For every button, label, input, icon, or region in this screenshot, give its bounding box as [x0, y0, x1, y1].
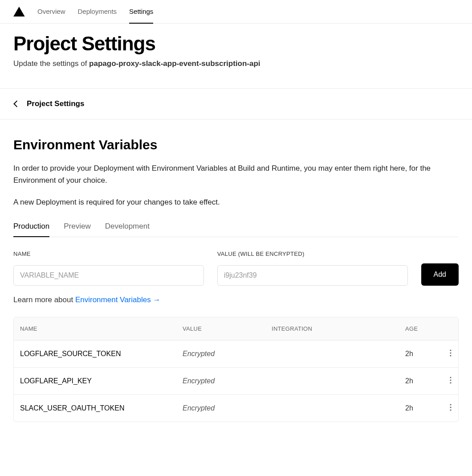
- svg-point-5: [450, 382, 451, 383]
- header-value: VALUE: [183, 325, 272, 332]
- add-button[interactable]: Add: [421, 263, 459, 286]
- breadcrumb-text: Project Settings: [27, 99, 84, 108]
- header-integration: INTEGRATION: [272, 325, 405, 332]
- svg-point-3: [450, 377, 451, 378]
- more-icon[interactable]: [447, 377, 454, 384]
- name-input[interactable]: [13, 265, 204, 286]
- table-row: LOGFLARE_SOURCE_TOKEN Encrypted 2h: [14, 340, 458, 367]
- chevron-left-icon[interactable]: [13, 100, 18, 107]
- section-desc-2: A new Deployment is required for your ch…: [13, 196, 459, 208]
- header-section: Project Settings Update the settings of …: [0, 24, 472, 88]
- svg-point-4: [450, 379, 451, 381]
- tab-development[interactable]: Development: [105, 222, 150, 237]
- more-icon[interactable]: [447, 404, 454, 411]
- row-age: 2h: [405, 404, 436, 412]
- nav-settings[interactable]: Settings: [129, 0, 153, 24]
- value-label: VALUE (WILL BE ENCRYPTED): [217, 250, 408, 257]
- header-age: AGE: [405, 325, 436, 332]
- logo-icon[interactable]: [13, 7, 25, 16]
- svg-point-6: [450, 404, 451, 405]
- value-input[interactable]: [217, 265, 408, 286]
- row-name: SLACK_USER_OAUTH_TOKEN: [20, 404, 183, 412]
- tab-preview[interactable]: Preview: [64, 222, 90, 237]
- header-actions: [436, 325, 454, 332]
- table-row: LOGFLARE_API_KEY Encrypted 2h: [14, 367, 458, 394]
- row-actions: [436, 349, 454, 358]
- nav-overview[interactable]: Overview: [37, 0, 65, 24]
- row-name: LOGFLARE_API_KEY: [20, 377, 183, 385]
- env-table: NAME VALUE INTEGRATION AGE LOGFLARE_SOUR…: [13, 317, 459, 422]
- add-var-form: NAME VALUE (WILL BE ENCRYPTED) Add: [13, 250, 459, 286]
- row-value: Encrypted: [183, 377, 272, 385]
- row-name: LOGFLARE_SOURCE_TOKEN: [20, 350, 183, 358]
- svg-point-2: [450, 355, 451, 356]
- svg-point-8: [450, 409, 451, 410]
- env-tabs: Production Preview Development: [13, 222, 459, 237]
- top-nav: Overview Deployments Settings: [0, 0, 472, 24]
- section-desc-1: In order to provide your Deployment with…: [13, 162, 459, 186]
- value-group: VALUE (WILL BE ENCRYPTED): [217, 250, 408, 286]
- learn-more-prefix: Learn more about: [13, 295, 75, 304]
- row-age: 2h: [405, 377, 436, 385]
- content: Environment Variables In order to provid…: [0, 119, 472, 440]
- breadcrumb-bar: Project Settings: [0, 88, 472, 119]
- row-actions: [436, 404, 454, 413]
- tab-production[interactable]: Production: [13, 222, 49, 237]
- section-title: Environment Variables: [13, 137, 459, 152]
- name-group: NAME: [13, 250, 204, 286]
- project-name: papago-proxy-slack-app-event-subscriptio…: [89, 59, 260, 68]
- row-age: 2h: [405, 350, 436, 358]
- nav-deployments[interactable]: Deployments: [78, 0, 117, 24]
- subtitle-prefix: Update the settings of: [13, 59, 89, 68]
- learn-more: Learn more about Environment Variables →: [13, 295, 459, 304]
- svg-point-7: [450, 406, 451, 408]
- page-title: Project Settings: [13, 33, 459, 55]
- svg-point-0: [450, 349, 451, 351]
- table-row: SLACK_USER_OAUTH_TOKEN Encrypted 2h: [14, 394, 458, 422]
- page-subtitle: Update the settings of papago-proxy-slac…: [13, 59, 459, 68]
- svg-point-1: [450, 352, 451, 353]
- more-icon[interactable]: [447, 349, 454, 357]
- table-header: NAME VALUE INTEGRATION AGE: [14, 317, 458, 340]
- learn-more-link[interactable]: Environment Variables →: [75, 295, 161, 304]
- header-name: NAME: [20, 325, 183, 332]
- row-value: Encrypted: [183, 350, 272, 358]
- row-value: Encrypted: [183, 404, 272, 412]
- name-label: NAME: [13, 250, 204, 257]
- row-actions: [436, 377, 454, 386]
